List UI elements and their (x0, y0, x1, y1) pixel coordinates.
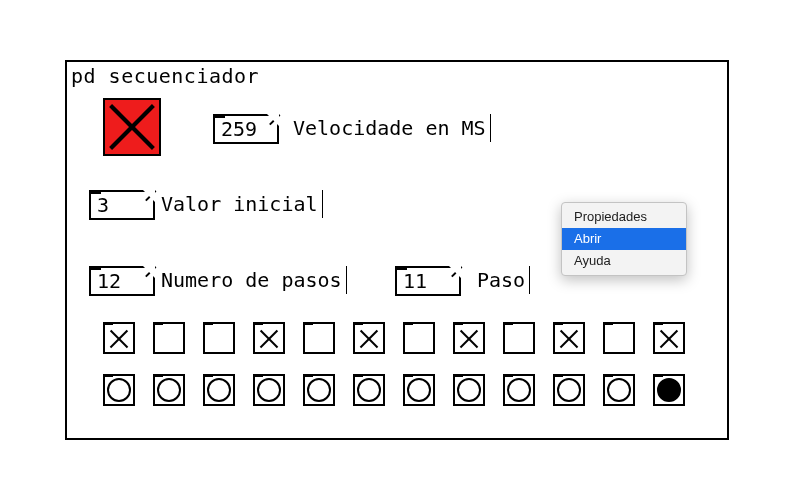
step-toggle-9[interactable] (503, 322, 535, 354)
current-step-number-box[interactable]: 11 (395, 266, 461, 296)
step-toggle-6[interactable] (353, 322, 385, 354)
init-value: 3 (97, 193, 109, 217)
step-bang-8[interactable] (453, 374, 485, 406)
num-steps-label: Numero de pasos (161, 266, 347, 294)
context-menu-item[interactable]: Ayuda (562, 250, 686, 272)
step-bang-12[interactable] (653, 374, 685, 406)
step-toggle-4[interactable] (253, 322, 285, 354)
step-toggle-3[interactable] (203, 322, 235, 354)
context-menu: PropiedadesAbrirAyuda (561, 202, 687, 276)
current-step-label: Paso (477, 266, 530, 294)
step-bang-11[interactable] (603, 374, 635, 406)
step-toggle-5[interactable] (303, 322, 335, 354)
step-bang-4[interactable] (253, 374, 285, 406)
step-toggle-12[interactable] (653, 322, 685, 354)
current-step-value: 11 (403, 269, 427, 293)
speed-label: Velocidade en MS (293, 114, 491, 142)
step-toggle-2[interactable] (153, 322, 185, 354)
speed-number-box[interactable]: 259 (213, 114, 279, 144)
init-value-label: Valor inicial (161, 190, 323, 218)
step-bang-6[interactable] (353, 374, 385, 406)
speed-value: 259 (221, 117, 257, 141)
patch-title: pd secuenciador (71, 64, 259, 88)
step-bang-1[interactable] (103, 374, 135, 406)
step-toggle-7[interactable] (403, 322, 435, 354)
step-bang-5[interactable] (303, 374, 335, 406)
patch-subwindow: pd secuenciador 259 Velocidade en MS 3 V… (65, 60, 729, 440)
context-menu-item[interactable]: Abrir (562, 228, 686, 250)
step-bang-3[interactable] (203, 374, 235, 406)
step-bang-2[interactable] (153, 374, 185, 406)
main-toggle[interactable] (103, 98, 161, 156)
step-bang-row (103, 374, 703, 410)
step-bang-10[interactable] (553, 374, 585, 406)
num-steps-value: 12 (97, 269, 121, 293)
step-bang-9[interactable] (503, 374, 535, 406)
step-toggle-row (103, 322, 703, 354)
step-toggle-8[interactable] (453, 322, 485, 354)
step-toggle-11[interactable] (603, 322, 635, 354)
step-toggle-1[interactable] (103, 322, 135, 354)
context-menu-item[interactable]: Propiedades (562, 206, 686, 228)
init-value-number-box[interactable]: 3 (89, 190, 155, 220)
num-steps-number-box[interactable]: 12 (89, 266, 155, 296)
step-toggle-10[interactable] (553, 322, 585, 354)
step-bang-7[interactable] (403, 374, 435, 406)
